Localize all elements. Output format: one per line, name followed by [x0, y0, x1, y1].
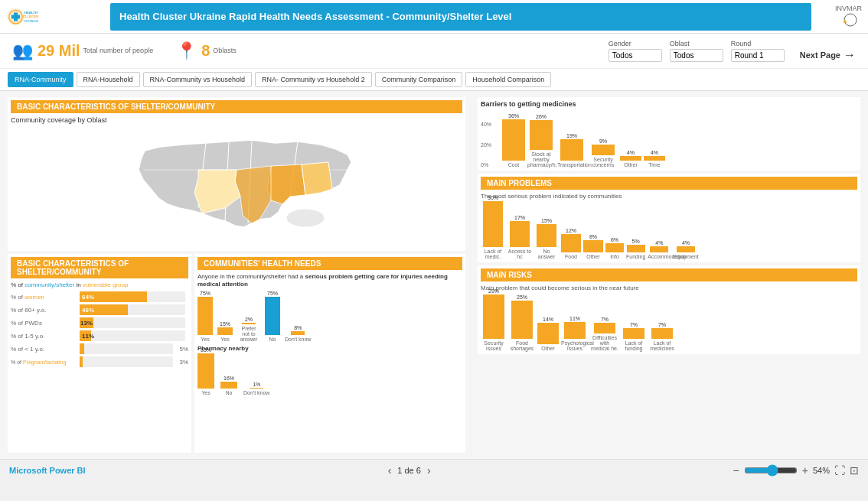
bar-dont-know: 8% Don't know — [285, 325, 311, 342]
tab-rna-community-vs-household[interactable]: RNA-Community vs Household — [143, 72, 253, 87]
main-problems-header: MAIN PROBLEMS — [481, 177, 857, 190]
round-filter[interactable]: Round Round 1 — [731, 40, 785, 62]
ukraine-map — [99, 128, 374, 246]
bar-row-pregnant: % of Pregnant/lactating 3% — [11, 356, 188, 367]
fullscreen-button[interactable]: ⛶ — [834, 464, 845, 477]
bar-row-60plus: % of 60+ y.o. 46% — [11, 304, 188, 315]
tab-community-comparison[interactable]: Community Comparison — [375, 72, 463, 87]
problem-equipment: 4% Equipment — [673, 240, 698, 259]
problem-access: 17% Access to hc — [507, 215, 532, 259]
tab-household-comparison[interactable]: Household Comparison — [465, 72, 551, 87]
main-problems-section: MAIN PROBLEMS The most serious problem i… — [478, 174, 860, 262]
page-footer: Microsoft Power BI ‹ 1 de 6 › − + 54% ⛶ … — [0, 459, 868, 480]
svg-text:▲: ▲ — [842, 18, 848, 24]
main-risks-header: MAIN RISKS — [481, 268, 857, 281]
oblasts-value: 8 — [201, 42, 210, 60]
health-needs-subtitle: Anyone in the community/shelter had a se… — [197, 273, 462, 289]
page-info: 1 de 6 — [397, 466, 421, 475]
invmar-logo: INVMAR ▲ — [816, 5, 862, 29]
dashboard-title: Health Cluster Ukraine Rapid Health Need… — [119, 11, 511, 22]
barriers-chart: 40% 20% 0% 36% Cost 26% Stock at nearby … — [481, 110, 857, 168]
gender-select[interactable]: Todos — [609, 49, 662, 62]
risk-food: 25% Food shortages — [509, 294, 535, 351]
pharmacy-title: Pharmacy nearby — [197, 345, 462, 352]
svg-text:HEALTH: HEALTH — [24, 10, 38, 14]
logo-area: HEALTH CLUSTER UKRAINE — [6, 3, 106, 31]
zoom-slider[interactable] — [744, 464, 798, 477]
pharmacy-no: 16% No — [220, 376, 237, 395]
vulnerable-header: BASIC CHARACTERISTICS OF SHELTER/COMMUNI… — [11, 257, 188, 278]
main-problems-chart: 30% Lack of medic. 17% Access to hc 15% … — [481, 202, 857, 259]
people-value: 29 Mil — [38, 42, 80, 60]
zoom-out-button[interactable]: − — [733, 464, 739, 477]
main-risks-subtitle: Main problem that could become serious i… — [481, 285, 857, 291]
round-select[interactable]: Round 1 — [731, 49, 785, 62]
round-label: Round — [731, 40, 785, 47]
tab-rna-household[interactable]: RNA-Household — [77, 72, 140, 87]
zoom-in-button[interactable]: + — [802, 464, 808, 477]
tab-rna-community-vs-household2[interactable]: RNA- Community vs Household 2 — [255, 72, 372, 87]
people-label: Total number of people — [83, 47, 154, 55]
bar-row-women: % of women 64% — [11, 291, 188, 302]
bar-row-under1: % of < 1 y.o. 5% — [11, 343, 188, 354]
barrier-transport: 19% Transportation — [557, 133, 586, 168]
problem-accomm: 4% Accommodation — [648, 240, 671, 259]
fit-page-button[interactable]: ⊡ — [850, 464, 859, 477]
tabs-row: RNA-Community RNA-Household RNA-Communit… — [0, 69, 868, 91]
tab-rna-community[interactable]: RNA-Community — [8, 72, 73, 87]
filters-area: Gender Todos Oblast Todos Round Round 1 … — [609, 40, 856, 62]
barrier-time: 4% Time — [644, 150, 665, 168]
bottom-left-panels: BASIC CHARACTERISTICS OF SHELTER/COMMUNI… — [8, 254, 465, 453]
people-icon: 👥 — [12, 41, 33, 61]
zoom-percentage: 54% — [813, 466, 830, 475]
risk-funding: 7% Lack of funding — [621, 322, 647, 351]
oblast-filter[interactable]: Oblast Todos — [670, 40, 723, 62]
pagination: ‹ 1 de 6 › — [388, 464, 431, 477]
content-area: BASIC CHARACTERISTICS OF SHELTER/COMMUNI… — [0, 91, 868, 459]
main-risks-chart: 29% Security issues 25% Food shortages 1… — [481, 294, 857, 351]
people-stat: 👥 29 Mil Total number of people — [12, 41, 153, 61]
barrier-cost: 36% Cost — [502, 113, 525, 168]
prev-page-button[interactable]: ‹ — [388, 464, 392, 477]
bar-row-pwd: % of PWDs 13% — [11, 317, 188, 328]
logo-icon: HEALTH CLUSTER UKRAINE — [6, 3, 44, 31]
risk-other: 14% Other — [537, 317, 559, 351]
barrier-stock: 26% Stock at nearby pharmacy/h. — [527, 114, 555, 168]
right-panel: Barriers to getting medicines 40% 20% 0%… — [473, 94, 865, 456]
bar-row-1-5: % of 1-5 y.o. 11% — [11, 330, 188, 341]
risk-security: 29% Security issues — [481, 288, 507, 351]
powerbi-link[interactable]: Microsoft Power BI — [9, 466, 86, 475]
basic-char-section: BASIC CHARACTERISTICS OF SHELTER/COMMUNI… — [8, 97, 465, 251]
pharmacy-chart: 83% Yes 16% No 1% Don't know — [197, 353, 462, 395]
injury-care-chart: 75% Yes 15% Yes 2% Prefer not to answer — [197, 292, 462, 342]
bar-no: 75% No — [265, 291, 280, 342]
gender-label: Gender — [609, 40, 662, 47]
gender-filter[interactable]: Gender Todos — [609, 40, 662, 62]
oblasts-stat: 📍 8 Oblasts — [176, 41, 237, 61]
vulnerable-groups-panel: BASIC CHARACTERISTICS OF SHELTER/COMMUNI… — [8, 254, 191, 453]
pharmacy-dk: 1% Don't know — [243, 382, 269, 395]
problem-info: 6% Info — [605, 237, 624, 259]
bar-yes: 75% Yes — [197, 291, 213, 342]
map-title: Community coverage by Oblast — [11, 116, 462, 124]
barrier-other: 4% Other — [620, 150, 641, 168]
problem-other: 8% Other — [583, 234, 603, 259]
oblasts-label: Oblasts — [213, 47, 237, 55]
risk-medical: 7% Difficulties with medical he. — [591, 317, 618, 351]
bar-yes2: 15% Yes — [217, 321, 233, 342]
next-page-arrow-icon: → — [844, 48, 856, 62]
main-risks-section: MAIN RISKS Main problem that could becom… — [478, 265, 860, 354]
title-bar: Health Cluster Ukraine Rapid Health Need… — [110, 3, 811, 31]
barriers-title: Barriers to getting medicines — [481, 100, 857, 108]
svg-text:CLUSTER: CLUSTER — [23, 15, 39, 18]
map-container — [11, 125, 462, 248]
problem-food: 12% Food — [561, 228, 581, 259]
oblast-label: Oblast — [670, 40, 723, 47]
oblast-select[interactable]: Todos — [670, 49, 723, 62]
basic-char-header: BASIC CHARACTERISTICS OF SHELTER/COMMUNI… — [11, 100, 462, 113]
location-icon: 📍 — [176, 41, 197, 61]
barrier-security: 9% Security concerns — [589, 138, 618, 168]
next-page-button[interactable]: › — [427, 464, 431, 477]
main-problems-subtitle: The most serious problem indicated by co… — [481, 193, 857, 200]
next-page-button[interactable]: Next Page → — [800, 48, 856, 62]
